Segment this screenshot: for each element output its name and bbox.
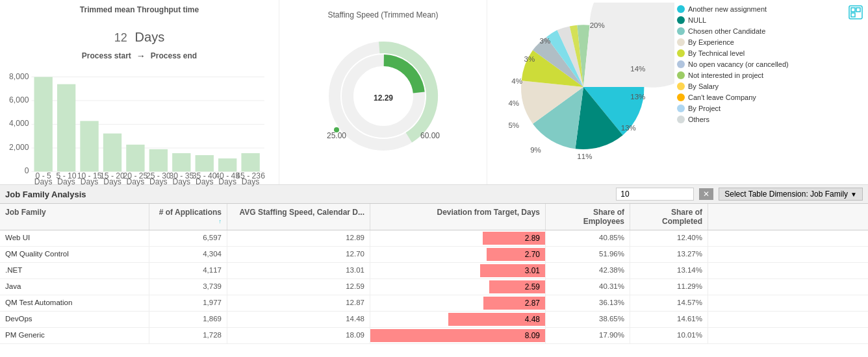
legend-label-another-assignment: Another new assignment — [688, 5, 767, 13]
pie-panel: 14% 13% 13% 11% 9% 5% 4% 4% 3% 3% 20% An… — [487, 0, 868, 184]
svg-rect-17 — [196, 155, 214, 171]
process-start-label: Process start — [82, 51, 131, 60]
table-row[interactable]: DevOps 1,869 14.48 4.48 38.65% 14.61% — [0, 312, 868, 328]
legend-label-by-experience: By Experience — [688, 38, 734, 46]
cell-share-emp-1: 51.96% — [546, 247, 630, 262]
legend-label-by-technical: By Technical level — [688, 49, 745, 57]
legend-label-cant-leave: Can't leave Company — [688, 93, 756, 101]
legend-label-others: Others — [688, 116, 709, 123]
table-row[interactable]: Web UI 6,597 12.89 2.89 40.85% 12.40% — [0, 230, 868, 247]
table-row[interactable]: QM Test Automation 1,977 12.87 2.87 36.1… — [0, 295, 868, 312]
svg-rect-11 — [57, 84, 75, 172]
expand-button[interactable] — [849, 5, 863, 21]
legend-label-no-vacancy: No open vacancy (or cancelled) — [688, 60, 789, 68]
col-header-share-comp[interactable]: Share of Completed — [630, 204, 708, 230]
cell-job-2: .NET — [0, 263, 149, 278]
svg-text:Days: Days — [34, 177, 53, 186]
svg-text:4,000: 4,000 — [9, 119, 29, 128]
table-dimension-button[interactable]: Select Table Dimension: Job Family ▼ — [719, 188, 863, 201]
svg-rect-13 — [103, 134, 121, 172]
table-column-headers: Job Family # of Applications ↑ AVG Staff… — [0, 204, 868, 230]
legend-label-not-interested: Not interested in project — [688, 71, 763, 79]
legend-label-by-project: By Project — [688, 105, 721, 112]
cell-job-0: Web UI — [0, 230, 149, 246]
svg-text:2,000: 2,000 — [9, 143, 29, 152]
chevron-down-icon: ▼ — [850, 191, 857, 198]
cell-dev-6: 8.09 — [370, 328, 546, 343]
svg-text:Days: Days — [127, 177, 145, 186]
svg-rect-42 — [856, 8, 860, 12]
svg-text:Days: Days — [196, 177, 214, 186]
process-arrow: → — [136, 51, 146, 61]
legend-item-by-technical[interactable]: By Technical level — [677, 49, 863, 57]
legend-dot-no-vacancy — [677, 60, 685, 68]
col-header-avg[interactable]: AVG Staffing Speed, Calendar D... — [227, 204, 370, 230]
svg-text:Days: Days — [57, 177, 75, 186]
col-header-dev[interactable]: Deviation from Target, Days — [370, 204, 546, 230]
cell-share-comp-0: 12.40% — [630, 230, 708, 246]
job-family-table-section: Job Family Analysis ✕ Select Table Dimen… — [0, 185, 868, 357]
svg-rect-19 — [241, 153, 259, 171]
pie-chart-area: 14% 13% 13% 11% 9% 5% 4% 4% 3% 3% 20% — [492, 3, 674, 182]
cell-share-emp-6: 17.90% — [546, 328, 630, 343]
svg-rect-16 — [172, 153, 190, 171]
legend-label-null: NULL — [688, 16, 706, 24]
cell-apps-5: 1,869 — [149, 312, 227, 327]
col-header-share-emp[interactable]: Share of Employees — [546, 204, 630, 230]
svg-text:3%: 3% — [524, 55, 535, 63]
svg-text:Days: Days — [81, 177, 99, 186]
svg-text:Days: Days — [149, 177, 168, 186]
legend-item-another-assignment[interactable]: Another new assignment — [677, 5, 863, 13]
col-header-job[interactable]: Job Family — [0, 204, 149, 230]
cell-share-comp-6: 10.01% — [630, 328, 708, 343]
svg-rect-18 — [218, 158, 236, 171]
gauge-container: 12.29 25.00 60.00 — [318, 31, 448, 161]
table-filter-input[interactable] — [616, 188, 694, 201]
cell-share-comp-1: 13.27% — [630, 247, 708, 262]
legend-item-no-vacancy[interactable]: No open vacancy (or cancelled) — [677, 60, 863, 68]
bar-chart: 8,000 6,000 4,000 2,000 0 — [8, 66, 271, 190]
table-body: Web UI 6,597 12.89 2.89 40.85% 12.40% QM… — [0, 230, 868, 357]
legend-item-not-interested[interactable]: Not interested in project — [677, 71, 863, 79]
col-header-apps[interactable]: # of Applications ↑ — [149, 204, 227, 230]
gauge-title: Staffing Speed (Trimmed Mean) — [327, 10, 438, 19]
svg-text:4%: 4% — [508, 99, 519, 107]
cell-job-6: PM Generic — [0, 328, 149, 343]
legend-item-null[interactable]: NULL — [677, 16, 863, 24]
svg-text:13%: 13% — [630, 93, 645, 101]
svg-text:Days: Days — [172, 177, 190, 186]
legend-item-by-project[interactable]: By Project — [677, 105, 863, 112]
cell-avg-4: 12.87 — [227, 295, 370, 311]
pie-legend: Another new assignment NULL Chosen other… — [674, 3, 863, 182]
table-row[interactable]: PM Generic 1,728 18.09 8.09 17.90% 10.01… — [0, 328, 868, 344]
svg-text:12.29: 12.29 — [373, 93, 392, 103]
legend-dot-by-salary — [677, 82, 685, 90]
svg-text:6,000: 6,000 — [9, 95, 29, 105]
cell-apps-1: 4,304 — [149, 247, 227, 262]
legend-dot-by-experience — [677, 38, 685, 46]
cell-apps-6: 1,728 — [149, 328, 227, 343]
cell-avg-0: 12.89 — [227, 230, 370, 246]
process-end-label: Process end — [151, 51, 197, 60]
cell-apps-3: 3,739 — [149, 279, 227, 295]
cell-share-comp-3: 11.29% — [630, 279, 708, 295]
cell-share-comp-4: 14.57% — [630, 295, 708, 311]
legend-item-chosen-candidate[interactable]: Chosen other Candidate — [677, 27, 863, 35]
legend-item-others[interactable]: Others — [677, 116, 863, 123]
cell-avg-2: 13.01 — [227, 263, 370, 278]
table-row[interactable]: .NET 4,117 13.01 3.01 42.38% 13.14% — [0, 263, 868, 279]
cell-share-comp-2: 13.14% — [630, 263, 708, 278]
cell-job-4: QM Test Automation — [0, 295, 149, 311]
legend-item-cant-leave[interactable]: Can't leave Company — [677, 93, 863, 101]
table-row[interactable]: QM Quality Control 4,304 12.70 2.70 51.9… — [0, 247, 868, 263]
legend-item-by-experience[interactable]: By Experience — [677, 38, 863, 46]
svg-text:Days: Days — [103, 177, 121, 186]
cell-share-comp-5: 14.61% — [630, 312, 708, 327]
svg-text:13%: 13% — [621, 124, 636, 132]
gauge-svg: 12.29 25.00 60.00 — [318, 31, 448, 161]
table-row[interactable]: Java 3,739 12.59 2.59 40.31% 11.29% — [0, 279, 868, 295]
table-clear-button[interactable]: ✕ — [699, 188, 713, 200]
legend-item-by-salary[interactable]: By Salary — [677, 82, 863, 90]
cell-dev-0: 2.89 — [370, 230, 546, 246]
cell-share-emp-3: 40.31% — [546, 279, 630, 295]
